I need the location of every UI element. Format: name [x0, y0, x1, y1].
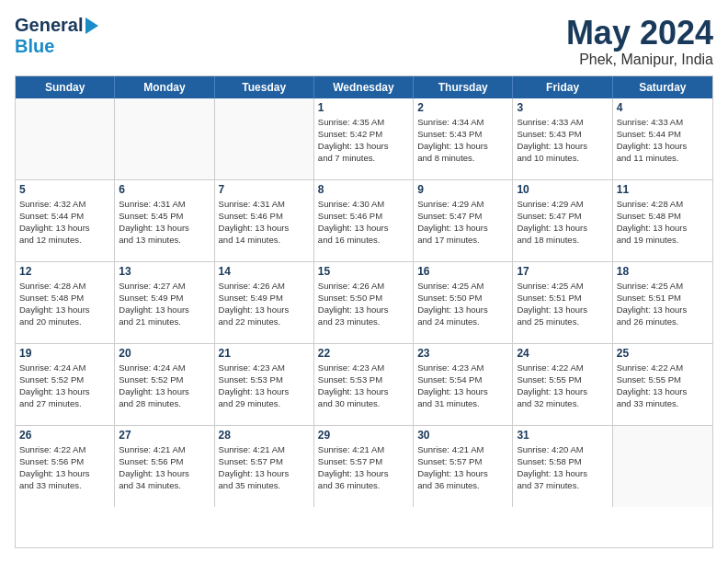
- title-block: May 2024 Phek, Manipur, India: [566, 15, 713, 68]
- day-info: Sunrise: 4:23 AMSunset: 5:53 PMDaylight:…: [318, 362, 409, 410]
- day-info: Sunrise: 4:24 AMSunset: 5:52 PMDaylight:…: [19, 362, 110, 410]
- calendar-cell-5-4: 29Sunrise: 4:21 AMSunset: 5:57 PMDayligh…: [314, 426, 414, 507]
- day-number: 14: [219, 265, 310, 278]
- day-number: 22: [318, 347, 409, 360]
- day-number: 1: [318, 101, 409, 114]
- calendar-cell-3-1: 12Sunrise: 4:28 AMSunset: 5:48 PMDayligh…: [16, 262, 115, 343]
- day-number: 12: [19, 265, 110, 278]
- calendar-cell-3-5: 16Sunrise: 4:25 AMSunset: 5:50 PMDayligh…: [414, 262, 513, 343]
- day-info: Sunrise: 4:21 AMSunset: 5:57 PMDaylight:…: [219, 443, 310, 492]
- day-info: Sunrise: 4:31 AMSunset: 5:46 PMDaylight:…: [219, 198, 310, 247]
- calendar-header-friday: Friday: [513, 76, 612, 98]
- calendar-cell-2-2: 6Sunrise: 4:31 AMSunset: 5:45 PMDaylight…: [115, 180, 214, 261]
- calendar-cell-1-2: [115, 98, 214, 179]
- calendar-cell-2-6: 10Sunrise: 4:29 AMSunset: 5:47 PMDayligh…: [513, 180, 612, 261]
- day-info: Sunrise: 4:28 AMSunset: 5:48 PMDaylight:…: [19, 280, 110, 328]
- day-number: 11: [617, 183, 709, 196]
- day-number: 2: [417, 101, 508, 114]
- day-number: 17: [517, 265, 608, 278]
- calendar-week-5: 26Sunrise: 4:22 AMSunset: 5:56 PMDayligh…: [16, 425, 712, 507]
- logo-arrow-icon: [85, 17, 98, 34]
- logo-general-text: General: [15, 15, 83, 36]
- calendar-cell-4-5: 23Sunrise: 4:23 AMSunset: 5:54 PMDayligh…: [414, 344, 513, 425]
- calendar-header-thursday: Thursday: [414, 76, 513, 98]
- calendar-cell-1-6: 3Sunrise: 4:33 AMSunset: 5:43 PMDaylight…: [513, 98, 612, 179]
- day-info: Sunrise: 4:25 AMSunset: 5:50 PMDaylight:…: [417, 280, 508, 328]
- day-number: 28: [219, 429, 310, 442]
- calendar-cell-3-4: 15Sunrise: 4:26 AMSunset: 5:50 PMDayligh…: [314, 262, 414, 343]
- calendar-cell-1-7: 4Sunrise: 4:33 AMSunset: 5:44 PMDaylight…: [613, 98, 712, 179]
- day-number: 31: [517, 429, 608, 442]
- header: General Blue May 2024 Phek, Manipur, Ind…: [15, 15, 713, 68]
- calendar-cell-2-7: 11Sunrise: 4:28 AMSunset: 5:48 PMDayligh…: [613, 180, 712, 261]
- day-info: Sunrise: 4:22 AMSunset: 5:55 PMDaylight:…: [617, 362, 709, 410]
- calendar-cell-3-2: 13Sunrise: 4:27 AMSunset: 5:49 PMDayligh…: [115, 262, 214, 343]
- day-number: 10: [517, 183, 608, 196]
- day-number: 3: [517, 101, 608, 114]
- subtitle: Phek, Manipur, India: [566, 52, 713, 68]
- calendar-cell-1-1: [16, 98, 115, 179]
- calendar-header-row: SundayMondayTuesdayWednesdayThursdayFrid…: [16, 76, 712, 98]
- calendar-week-1: 1Sunrise: 4:35 AMSunset: 5:42 PMDaylight…: [16, 98, 712, 179]
- calendar-header-wednesday: Wednesday: [314, 76, 414, 98]
- day-number: 6: [119, 183, 210, 196]
- day-info: Sunrise: 4:32 AMSunset: 5:44 PMDaylight:…: [19, 198, 110, 247]
- day-number: 15: [318, 265, 409, 278]
- calendar-header-tuesday: Tuesday: [215, 76, 314, 98]
- day-info: Sunrise: 4:29 AMSunset: 5:47 PMDaylight:…: [417, 198, 508, 247]
- day-info: Sunrise: 4:34 AMSunset: 5:43 PMDaylight:…: [417, 116, 508, 165]
- day-number: 16: [417, 265, 508, 278]
- day-info: Sunrise: 4:27 AMSunset: 5:49 PMDaylight:…: [119, 280, 210, 328]
- calendar-header-sunday: Sunday: [16, 76, 115, 98]
- day-number: 25: [617, 347, 709, 360]
- day-info: Sunrise: 4:25 AMSunset: 5:51 PMDaylight:…: [517, 280, 608, 328]
- calendar-cell-5-5: 30Sunrise: 4:21 AMSunset: 5:57 PMDayligh…: [414, 426, 513, 507]
- main-title: May 2024: [566, 15, 713, 52]
- day-number: 27: [119, 429, 210, 442]
- calendar-week-4: 19Sunrise: 4:24 AMSunset: 5:52 PMDayligh…: [16, 343, 712, 425]
- day-info: Sunrise: 4:22 AMSunset: 5:55 PMDaylight:…: [517, 362, 608, 410]
- day-info: Sunrise: 4:20 AMSunset: 5:58 PMDaylight:…: [517, 443, 608, 492]
- calendar-cell-1-5: 2Sunrise: 4:34 AMSunset: 5:43 PMDaylight…: [414, 98, 513, 179]
- day-number: 20: [119, 347, 210, 360]
- day-info: Sunrise: 4:31 AMSunset: 5:45 PMDaylight:…: [119, 198, 210, 247]
- day-number: 21: [219, 347, 310, 360]
- day-info: Sunrise: 4:28 AMSunset: 5:48 PMDaylight:…: [617, 198, 709, 247]
- calendar-cell-1-4: 1Sunrise: 4:35 AMSunset: 5:42 PMDaylight…: [314, 98, 414, 179]
- calendar-cell-5-7: [613, 426, 712, 507]
- day-number: 8: [318, 183, 409, 196]
- calendar-cell-4-1: 19Sunrise: 4:24 AMSunset: 5:52 PMDayligh…: [16, 344, 115, 425]
- day-info: Sunrise: 4:21 AMSunset: 5:57 PMDaylight:…: [318, 443, 409, 492]
- calendar-cell-5-1: 26Sunrise: 4:22 AMSunset: 5:56 PMDayligh…: [16, 426, 115, 507]
- day-number: 23: [417, 347, 508, 360]
- calendar-header-saturday: Saturday: [613, 76, 712, 98]
- day-number: 4: [617, 101, 709, 114]
- day-info: Sunrise: 4:33 AMSunset: 5:43 PMDaylight:…: [517, 116, 608, 165]
- day-number: 29: [318, 429, 409, 442]
- day-number: 26: [19, 429, 110, 442]
- calendar-cell-4-7: 25Sunrise: 4:22 AMSunset: 5:55 PMDayligh…: [613, 344, 712, 425]
- day-number: 30: [417, 429, 508, 442]
- page: General Blue May 2024 Phek, Manipur, Ind…: [0, 0, 728, 563]
- calendar-cell-5-6: 31Sunrise: 4:20 AMSunset: 5:58 PMDayligh…: [513, 426, 612, 507]
- day-info: Sunrise: 4:22 AMSunset: 5:56 PMDaylight:…: [19, 443, 110, 492]
- day-info: Sunrise: 4:26 AMSunset: 5:49 PMDaylight:…: [219, 280, 310, 328]
- day-info: Sunrise: 4:29 AMSunset: 5:47 PMDaylight:…: [517, 198, 608, 247]
- day-number: 24: [517, 347, 608, 360]
- logo: General Blue: [15, 15, 98, 57]
- day-info: Sunrise: 4:30 AMSunset: 5:46 PMDaylight:…: [318, 198, 409, 247]
- calendar: SundayMondayTuesdayWednesdayThursdayFrid…: [15, 75, 713, 548]
- calendar-week-2: 5Sunrise: 4:32 AMSunset: 5:44 PMDaylight…: [16, 179, 712, 261]
- calendar-cell-3-7: 18Sunrise: 4:25 AMSunset: 5:51 PMDayligh…: [613, 262, 712, 343]
- day-number: 18: [617, 265, 709, 278]
- calendar-cell-3-3: 14Sunrise: 4:26 AMSunset: 5:49 PMDayligh…: [215, 262, 314, 343]
- calendar-week-3: 12Sunrise: 4:28 AMSunset: 5:48 PMDayligh…: [16, 261, 712, 343]
- calendar-cell-3-6: 17Sunrise: 4:25 AMSunset: 5:51 PMDayligh…: [513, 262, 612, 343]
- logo-blue-text: Blue: [15, 36, 54, 57]
- day-info: Sunrise: 4:35 AMSunset: 5:42 PMDaylight:…: [318, 116, 409, 165]
- day-number: 5: [19, 183, 110, 196]
- calendar-cell-2-4: 8Sunrise: 4:30 AMSunset: 5:46 PMDaylight…: [314, 180, 414, 261]
- calendar-cell-4-2: 20Sunrise: 4:24 AMSunset: 5:52 PMDayligh…: [115, 344, 214, 425]
- calendar-cell-2-1: 5Sunrise: 4:32 AMSunset: 5:44 PMDaylight…: [16, 180, 115, 261]
- day-info: Sunrise: 4:24 AMSunset: 5:52 PMDaylight:…: [119, 362, 210, 410]
